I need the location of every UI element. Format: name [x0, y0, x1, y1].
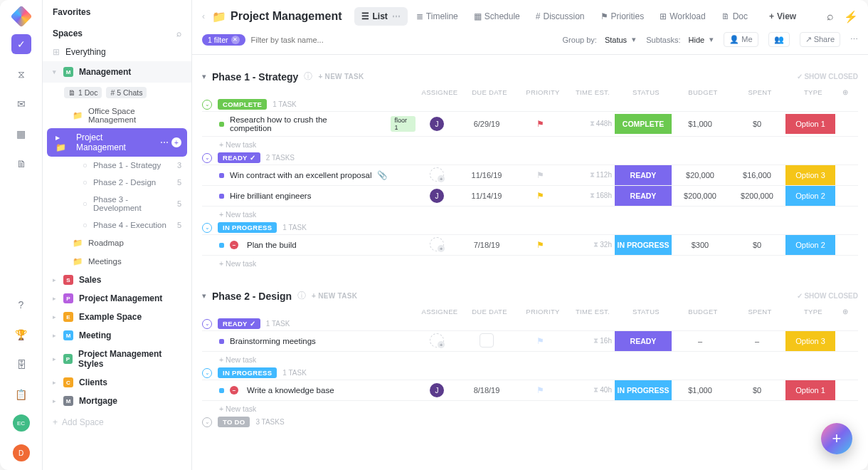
more-icon[interactable]: ⋯	[160, 137, 169, 147]
time-estimate-cell[interactable]: ⧗ 16h	[565, 337, 615, 345]
collapse-group-icon[interactable]: ⌄	[202, 223, 212, 233]
spaces-header[interactable]: Spaces⌕	[43, 21, 191, 43]
due-date[interactable]: 6/29/19	[474, 120, 500, 128]
status-cell[interactable]: IN PROGRESS	[615, 235, 672, 255]
view-tab[interactable]: ▦Schedule	[467, 7, 527, 26]
time-estimate-cell[interactable]: ⧗ 448h	[565, 120, 615, 128]
status-group-header[interactable]: ⌄ COMPLETE 1 TASK	[202, 99, 858, 110]
briefcase-icon[interactable]: 🗄	[11, 355, 31, 375]
column-header[interactable]: STATUS	[618, 308, 674, 315]
status-group-header[interactable]: ⌄ IN PROGRESS 1 TASK	[202, 367, 858, 378]
everything-row[interactable]: ⊞Everything	[43, 43, 191, 61]
due-date[interactable]: 7/18/19	[474, 241, 500, 249]
time-estimate-cell[interactable]: ⧗ 168h	[565, 192, 615, 200]
sidebar-phase-item[interactable]: ○Phase 3 - Development5	[43, 191, 191, 216]
new-task-row[interactable]: + New task	[202, 352, 858, 367]
task-name[interactable]: Hire brilliant engineers	[230, 192, 311, 200]
filter-pill[interactable]: 1 filter✕	[202, 34, 245, 46]
type-cell[interactable]: Option 3	[785, 331, 835, 351]
home-icon[interactable]: ✓	[11, 34, 31, 54]
folder-meetings[interactable]: 📁Meetings	[43, 252, 191, 271]
add-column-button[interactable]: ⊕	[838, 88, 852, 96]
show-closed-button[interactable]: ✓ SHOW CLOSED	[797, 73, 858, 80]
new-task-row[interactable]: + New task	[202, 256, 858, 271]
avatar[interactable]: D	[13, 444, 30, 461]
spent-cell[interactable]: $0	[729, 386, 785, 395]
status-cell[interactable]: IN PROGRESS	[615, 380, 672, 400]
column-header[interactable]: TYPE	[788, 88, 838, 96]
spent-cell[interactable]: –	[729, 337, 785, 345]
show-closed-button[interactable]: ✓ SHOW CLOSED	[797, 292, 858, 300]
status-group-header[interactable]: ⌄ READY ✓ 2 TASKS	[202, 152, 858, 163]
task-row[interactable]: Research how to crush the competition fl…	[202, 111, 858, 137]
spent-cell[interactable]: $16,000	[729, 171, 785, 179]
help-icon[interactable]: ?	[11, 295, 31, 315]
due-date[interactable]: 8/18/19	[474, 386, 500, 395]
search-icon[interactable]: ⌕	[176, 28, 181, 38]
type-cell[interactable]: Option 1	[785, 114, 835, 134]
task-name[interactable]: Brainstorming meetings	[230, 337, 316, 345]
column-header[interactable]: SPENT	[731, 88, 788, 96]
task-name[interactable]: Write a knowledge base	[247, 386, 334, 395]
view-tab[interactable]: #Discussion	[529, 7, 592, 26]
due-date[interactable]: 11/16/19	[472, 171, 502, 179]
view-tab[interactable]: ≣Timeline	[409, 7, 465, 26]
task-row[interactable]: − Plan the build 7/18/19 ⚑ ⧗ 32h IN PROG…	[202, 234, 858, 256]
new-task-row[interactable]: + New task	[202, 207, 858, 222]
folder-project-management[interactable]: ▸📁Project Management ⋯+	[47, 128, 187, 157]
column-header[interactable]: ASSIGNEE	[418, 308, 461, 315]
filter-input[interactable]	[251, 36, 393, 44]
spent-cell[interactable]: $0	[729, 120, 785, 128]
sidebar-space-item[interactable]: ▸MMortgage	[43, 392, 191, 410]
budget-cell[interactable]: $20,000	[672, 171, 729, 179]
notifications-icon[interactable]: ⧖	[11, 64, 31, 84]
assignee-empty[interactable]	[430, 237, 444, 251]
collapse-group-icon[interactable]: ⌄	[202, 368, 212, 378]
sidebar-phase-item[interactable]: ○Phase 1 - Strategy3	[43, 157, 191, 174]
assignee-empty[interactable]	[430, 167, 444, 182]
assignee-avatar[interactable]: J	[430, 189, 444, 203]
assignee-empty[interactable]	[430, 333, 444, 348]
me-button[interactable]: 👤 Me	[724, 32, 758, 47]
sidebar-space-item[interactable]: ▸EExample Space	[43, 308, 191, 326]
column-header[interactable]: PRIORITY	[518, 308, 568, 315]
task-row[interactable]: Win contract with an excellent proposal …	[202, 164, 858, 186]
spent-cell[interactable]: $200,000	[729, 192, 785, 200]
new-task-button[interactable]: + NEW TASK	[312, 292, 357, 300]
share-button[interactable]: ↗ Share	[800, 32, 840, 47]
add-column-button[interactable]: ⊕	[838, 308, 852, 315]
budget-cell[interactable]: $1,000	[672, 120, 729, 128]
column-header[interactable]: DUE DATE	[461, 88, 518, 96]
more-icon[interactable]: ⋯	[392, 11, 401, 21]
collapse-group-icon[interactable]: ⌄	[202, 153, 212, 163]
status-group-header[interactable]: ⌄ IN PROGRESS 1 TASK	[202, 222, 858, 233]
info-icon[interactable]: ⓘ	[304, 70, 312, 83]
sidebar-phase-item[interactable]: ○Phase 4 - Execution5	[43, 216, 191, 234]
priority-cell[interactable]: ⚑	[515, 191, 565, 201]
sidebar-space-item[interactable]: ▸PProject Management Styles	[43, 345, 191, 373]
chevron-down-icon[interactable]: ▾	[202, 291, 206, 301]
favorites-header[interactable]: Favorites	[43, 0, 191, 21]
view-tab[interactable]: ⚑Priorities	[593, 7, 652, 26]
clear-filter-icon[interactable]: ✕	[231, 36, 240, 44]
view-tab[interactable]: ☰List⋯	[354, 7, 407, 26]
task-row[interactable]: Hire brilliant engineers J 11/14/19 ⚑ ⧗ …	[202, 186, 858, 207]
inbox-icon[interactable]: ✉	[11, 94, 31, 114]
sidebar-space-item[interactable]: ▸MMeeting	[43, 326, 191, 345]
attachment-icon[interactable]: 📎	[377, 170, 387, 180]
collapse-group-icon[interactable]: ⌄	[202, 417, 212, 427]
type-cell[interactable]: Option 1	[785, 380, 835, 400]
status-cell[interactable]: COMPLETE	[615, 114, 672, 134]
avatar[interactable]: EC	[13, 414, 30, 432]
collapse-group-icon[interactable]: ⌄	[202, 319, 212, 329]
doc-chip[interactable]: 🗎1 Doc	[64, 87, 102, 98]
add-space-button[interactable]: + Add Space	[43, 410, 191, 434]
status-cell[interactable]: READY	[615, 186, 672, 206]
task-row[interactable]: − Write a knowledge base J 8/18/19 ⚑ ⧗ 4…	[202, 380, 858, 401]
budget-cell[interactable]: $300	[672, 241, 729, 249]
automations-icon[interactable]: ⚡	[844, 10, 858, 24]
task-row[interactable]: Brainstorming meetings ⚑ ⧗ 16h READY – –…	[202, 330, 858, 352]
budget-cell[interactable]: –	[672, 337, 729, 345]
sidebar-phase-item[interactable]: ○Phase 2 - Design5	[43, 174, 191, 191]
priority-cell[interactable]: ⚑	[515, 336, 565, 346]
